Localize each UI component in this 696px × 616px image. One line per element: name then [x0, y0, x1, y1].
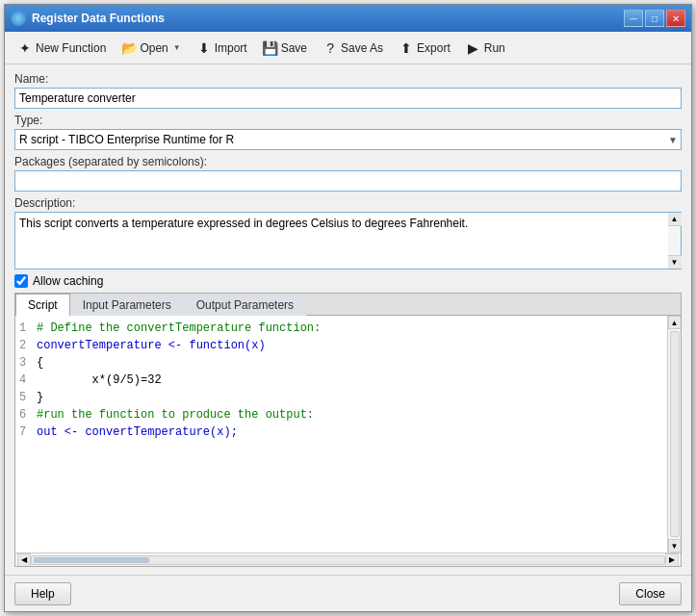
allow-caching-checkbox[interactable] — [14, 274, 28, 288]
line-num-2: 2 — [19, 337, 29, 354]
import-icon: ⬇ — [196, 40, 212, 56]
open-label: Open — [140, 41, 168, 55]
tab-bar: Script Input Parameters Output Parameter… — [15, 294, 681, 316]
line-num-5: 5 — [19, 389, 29, 406]
type-select-wrapper: R script - TIBCO Enterprise Runtime for … — [14, 129, 682, 150]
code-content-6: #run the function to produce the output: — [37, 406, 314, 424]
code-line-6: 6 #run the function to produce the outpu… — [19, 406, 663, 424]
code-line-3: 3 { — [19, 354, 663, 372]
description-field-group: Description: This script converts a temp… — [14, 196, 682, 270]
code-content-1: # Define the convertTemperature function… — [37, 320, 321, 337]
tab-input-parameters[interactable]: Input Parameters — [70, 294, 184, 316]
main-content: Name: Type: R script - TIBCO Enterprise … — [5, 64, 691, 575]
run-button[interactable]: ▶ Run — [459, 37, 512, 60]
description-scrollbar: ▲ ▼ — [668, 212, 682, 270]
name-label: Name: — [14, 72, 682, 86]
maximize-button[interactable]: □ — [645, 10, 664, 27]
import-label: Import — [215, 41, 247, 55]
save-as-button[interactable]: ? Save As — [316, 37, 390, 60]
packages-label: Packages (separated by semicolons): — [14, 155, 682, 168]
new-function-label: New Function — [36, 41, 106, 55]
save-icon: 💾 — [263, 40, 278, 56]
minimize-button[interactable]: ─ — [624, 10, 643, 27]
close-button[interactable]: Close — [619, 582, 682, 605]
type-field-group: Type: R script - TIBCO Enterprise Runtim… — [14, 114, 682, 150]
code-line-1: 1 # Define the convertTemperature functi… — [19, 320, 663, 337]
code-scroll-track — [670, 331, 680, 537]
code-hscrollbar-area: ◀ ▶ — [15, 552, 681, 566]
save-label: Save — [281, 41, 307, 55]
export-label: Export — [417, 41, 451, 55]
main-window: Register Data Functions ─ □ ✕ ✦ New Func… — [4, 4, 692, 612]
line-num-6: 6 — [19, 406, 29, 424]
code-content-7: out <- convertTemperature(x); — [37, 424, 238, 441]
help-button[interactable]: Help — [14, 582, 71, 605]
hscroll-thumb — [34, 557, 149, 563]
line-num-4: 4 — [19, 372, 29, 389]
toolbar: ✦ New Function 📂 Open ▼ ⬇ Import 💾 Save … — [5, 32, 691, 64]
desc-scroll-up[interactable]: ▲ — [668, 213, 682, 226]
save-button[interactable]: 💾 Save — [256, 37, 314, 60]
window-icon — [11, 11, 26, 26]
allow-caching-label: Allow caching — [33, 274, 103, 288]
line-num-3: 3 — [19, 354, 29, 372]
open-dropdown-arrow: ▼ — [173, 43, 181, 52]
code-content-5: } — [37, 389, 43, 406]
title-controls: ─ □ ✕ — [624, 10, 685, 27]
code-content-2: convertTemperature <- function(x) — [37, 337, 266, 354]
code-line-4: 4 x*(9/5)=32 — [19, 372, 663, 389]
tabs-section: Script Input Parameters Output Parameter… — [14, 293, 682, 567]
tab-output-parameters[interactable]: Output Parameters — [184, 294, 306, 316]
run-icon: ▶ — [466, 40, 481, 56]
code-vscrollbar: ▲ ▼ — [667, 316, 681, 552]
name-field-group: Name: — [14, 72, 682, 109]
bottom-bar: Help Close — [5, 575, 691, 611]
save-as-icon: ? — [322, 40, 338, 56]
export-icon: ⬆ — [399, 40, 414, 56]
code-editor[interactable]: 1 # Define the convertTemperature functi… — [15, 316, 667, 552]
description-wrapper: This script converts a temperature expre… — [14, 212, 682, 270]
save-as-label: Save As — [341, 41, 383, 55]
open-icon: 📂 — [121, 40, 137, 56]
open-button[interactable]: 📂 Open ▼ — [115, 37, 187, 60]
code-content-3: { — [37, 354, 43, 372]
line-num-1: 1 — [19, 320, 29, 337]
hscroll-track — [31, 555, 665, 565]
description-label: Description: — [14, 196, 682, 210]
packages-input[interactable] — [14, 170, 682, 192]
title-bar: Register Data Functions ─ □ ✕ — [5, 5, 691, 32]
packages-field-group: Packages (separated by semicolons): — [14, 155, 682, 192]
line-num-7: 7 — [19, 424, 29, 441]
allow-caching-row: Allow caching — [14, 274, 682, 288]
hscroll-left[interactable]: ◀ — [17, 553, 31, 567]
import-button[interactable]: ⬇ Import — [190, 37, 254, 60]
desc-scroll-down[interactable]: ▼ — [668, 255, 682, 269]
new-function-button[interactable]: ✦ New Function — [11, 37, 113, 60]
run-label: Run — [484, 41, 505, 55]
code-content-4: x*(9/5)=32 — [37, 372, 162, 389]
code-line-7: 7 out <- convertTemperature(x); — [19, 424, 663, 441]
tab-content: 1 # Define the convertTemperature functi… — [15, 316, 681, 566]
tab-script[interactable]: Script — [15, 294, 70, 316]
new-function-icon: ✦ — [17, 40, 33, 56]
type-label: Type: — [14, 114, 682, 127]
code-scroll-down[interactable]: ▼ — [668, 539, 682, 552]
hscroll-right[interactable]: ▶ — [665, 553, 679, 567]
window-title: Register Data Functions — [32, 12, 624, 25]
type-select[interactable]: R script - TIBCO Enterprise Runtime for … — [14, 129, 682, 150]
code-line-5: 5 } — [19, 389, 663, 406]
code-line-2: 2 convertTemperature <- function(x) — [19, 337, 663, 354]
description-textarea[interactable]: This script converts a temperature expre… — [14, 212, 668, 270]
name-input[interactable] — [14, 88, 682, 109]
window-close-button[interactable]: ✕ — [666, 10, 685, 27]
export-button[interactable]: ⬆ Export — [392, 37, 457, 60]
tab-content-inner: 1 # Define the convertTemperature functi… — [15, 316, 681, 552]
code-scroll-up[interactable]: ▲ — [668, 316, 682, 329]
